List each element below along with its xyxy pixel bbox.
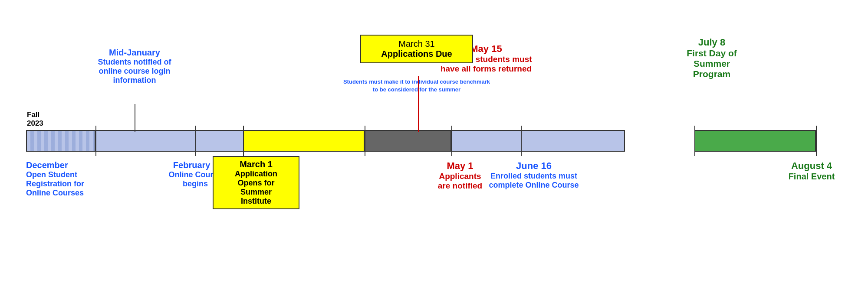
bar-green-segment [694, 130, 816, 152]
march31-line2: Applications Due [365, 49, 468, 59]
december-label: December Open Student Registration for O… [26, 160, 122, 198]
aug4-line2: Final Event [768, 172, 855, 182]
dec-line1: December [26, 160, 122, 170]
dec-line4: Online Courses [26, 188, 122, 198]
july8-line2: First Day of [664, 48, 760, 58]
bar-yellow-segment [243, 130, 365, 152]
july8-line1: July 8 [664, 37, 760, 48]
march1-label: March 1 Application Opens for Summer Ins… [213, 156, 299, 209]
fall2023-line2: 2023 [27, 119, 43, 128]
bar-gray-segment [365, 130, 451, 152]
vline-midjanuary [135, 104, 135, 132]
timeline-container: March 31 Applications Due Students must … [0, 0, 868, 286]
june16-line1: June 16 [473, 160, 595, 172]
tick-december [95, 126, 96, 156]
dec-line3: Registration for [26, 179, 122, 188]
vline-march31 [418, 76, 419, 132]
mar1-line2: Application [215, 169, 297, 179]
mar1-line1: March 1 [215, 159, 297, 169]
june16-line3: complete Online Course [473, 181, 595, 190]
march31-line1: March 31 [365, 39, 468, 49]
june16-line2: Enrolled students must [473, 172, 595, 181]
mar1-line3: Opens for [215, 179, 297, 188]
mid-jan-line2: Students notified of [78, 58, 191, 67]
august4-label: August 4 Final Event [768, 160, 855, 182]
tick-may1 [451, 126, 452, 156]
june16-label: June 16 Enrolled students must complete … [473, 160, 595, 190]
dec-line2: Open Student [26, 170, 122, 179]
tick-february [195, 126, 196, 156]
tick-august4 [816, 126, 817, 156]
fall2023-label: Fall 2023 [27, 110, 43, 128]
july8-line4: Program [664, 69, 760, 79]
march31-applications-box: March 31 Applications Due [360, 35, 473, 63]
tick-july8 [694, 126, 695, 156]
aug4-line1: August 4 [768, 160, 855, 172]
tick-march31 [365, 126, 365, 156]
tick-march1 [243, 126, 244, 156]
july8-line3: Summer [664, 58, 760, 69]
mar1-line5: Institute [215, 197, 297, 206]
march31-sublabel: Students must make it to individual cour… [343, 78, 490, 94]
mid-jan-line3: online course login [78, 67, 191, 76]
july8-label: July 8 First Day of Summer Program [664, 37, 760, 79]
may15-line3: have all forms returned [425, 64, 547, 74]
mid-january-label: Mid-January Students notified of online … [78, 48, 191, 85]
fall2023-line1: Fall [27, 110, 43, 119]
mid-jan-line4: information [78, 76, 191, 85]
tick-june16 [521, 126, 522, 156]
mid-jan-line1: Mid-January [78, 48, 191, 58]
bar-stripe-segment [26, 130, 95, 152]
mar1-line4: Summer [215, 188, 297, 197]
